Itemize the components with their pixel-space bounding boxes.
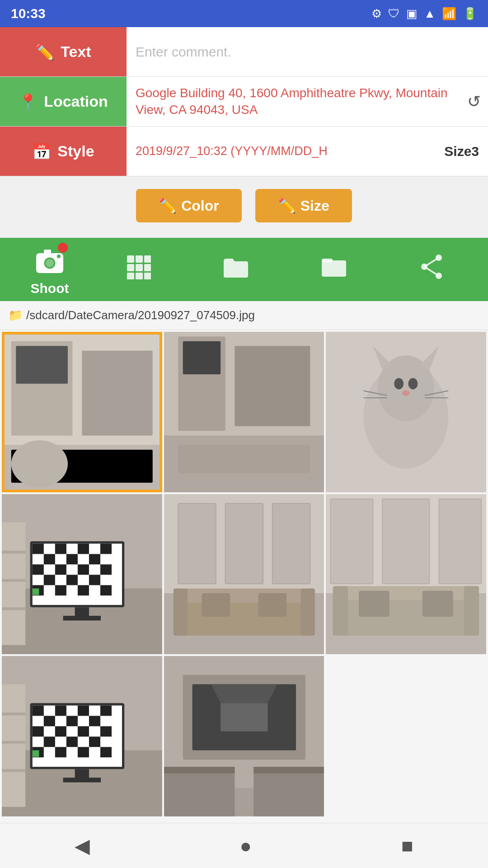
svg-rect-70: [33, 588, 39, 595]
svg-rect-126: [2, 684, 25, 807]
photo-thumb-8: [164, 656, 324, 816]
photo-item-6[interactable]: [326, 494, 486, 655]
svg-rect-72: [63, 616, 101, 620]
back-button[interactable]: ◀: [75, 834, 90, 857]
share-icon: [420, 254, 443, 279]
filepath-text: /sdcard/DateCamera/20190927_074509.jpg: [26, 308, 255, 322]
photo-grid: [0, 330, 488, 818]
photo-thumb-7: [2, 656, 162, 816]
photo-item-7[interactable]: [2, 656, 162, 816]
svg-point-2: [46, 259, 54, 267]
svg-rect-114: [78, 726, 89, 737]
reset-location-button[interactable]: ↺: [460, 77, 488, 126]
sim-icon: ▣: [406, 7, 418, 21]
svg-rect-61: [78, 564, 89, 575]
photo-item-1[interactable]: [2, 332, 162, 492]
photo-item-2[interactable]: [164, 332, 324, 492]
svg-rect-87: [202, 593, 230, 617]
svg-rect-84: [174, 588, 315, 602]
battery-icon: 🔋: [463, 7, 477, 21]
style-button[interactable]: 📅 Style: [0, 127, 127, 176]
svg-rect-57: [66, 554, 78, 564]
svg-rect-112: [33, 726, 44, 737]
color-button[interactable]: ✏️ Color: [136, 189, 242, 222]
toolbar-icon-group: [90, 254, 479, 285]
svg-rect-33: [235, 346, 310, 426]
svg-rect-110: [66, 716, 78, 726]
svg-rect-138: [164, 767, 235, 774]
photo-item-5[interactable]: [164, 494, 324, 655]
svg-rect-76: [2, 607, 25, 610]
svg-rect-128: [2, 741, 25, 744]
filepath-bar: 📁 /sdcard/DateCamera/20190927_074509.jpg: [0, 301, 488, 330]
grid-view-button[interactable]: [126, 255, 151, 285]
svg-rect-106: [55, 706, 66, 716]
svg-rect-71: [75, 607, 89, 617]
svg-rect-69: [100, 585, 112, 595]
svg-rect-55: [100, 543, 112, 554]
photo-thumb-2: [164, 332, 324, 492]
svg-rect-107: [78, 706, 89, 716]
wifi-icon: ▲: [424, 7, 436, 21]
size-button[interactable]: ✏️ Size: [255, 189, 352, 222]
svg-rect-64: [66, 575, 78, 585]
svg-rect-12: [136, 273, 143, 279]
svg-rect-73: [2, 522, 25, 645]
photo-thumb-1: [2, 332, 162, 492]
folder-open-icon: [321, 255, 348, 278]
settings-icon: ⚙: [371, 7, 382, 21]
svg-rect-123: [33, 750, 39, 757]
home-button[interactable]: ●: [239, 835, 252, 857]
svg-rect-59: [33, 564, 44, 575]
svg-rect-109: [44, 716, 55, 726]
svg-rect-75: [2, 579, 25, 581]
svg-rect-127: [2, 713, 25, 716]
status-icons: ⚙ 🛡 ▣ ▲ 📶 🔋: [371, 7, 477, 21]
svg-rect-115: [100, 726, 112, 737]
svg-rect-81: [272, 504, 310, 584]
svg-rect-105: [33, 706, 44, 716]
svg-rect-111: [89, 716, 100, 726]
svg-rect-97: [333, 586, 348, 636]
photo-thumb-3: [326, 332, 486, 492]
svg-rect-7: [144, 255, 151, 263]
svg-rect-63: [44, 575, 55, 585]
svg-rect-137: [253, 769, 324, 816]
size-badge: Size3: [438, 144, 479, 159]
svg-rect-67: [55, 585, 66, 595]
text-button[interactable]: ✏️ Text: [0, 27, 127, 76]
svg-rect-93: [439, 499, 482, 584]
toolbar: Shoot: [0, 238, 488, 301]
svg-rect-80: [225, 504, 263, 584]
recents-button[interactable]: ■: [401, 835, 413, 857]
share-button[interactable]: [420, 254, 443, 285]
photo-item-4[interactable]: [2, 494, 162, 655]
folder-open-button[interactable]: [321, 255, 348, 284]
location-button[interactable]: 📍 Location: [0, 77, 127, 126]
svg-rect-121: [78, 747, 89, 758]
svg-rect-52: [33, 543, 44, 554]
svg-rect-118: [89, 737, 100, 747]
photo-item-3[interactable]: [326, 332, 486, 492]
svg-rect-86: [300, 588, 314, 635]
svg-rect-92: [383, 499, 430, 584]
svg-rect-15: [322, 259, 333, 262]
svg-rect-108: [100, 706, 112, 716]
svg-rect-10: [144, 264, 151, 271]
svg-rect-91: [331, 499, 373, 584]
svg-rect-13: [144, 273, 151, 279]
photo-item-8[interactable]: [164, 656, 324, 816]
svg-marker-134: [211, 684, 277, 703]
comment-input[interactable]: [136, 44, 479, 60]
text-row: ✏️ Text: [0, 27, 488, 77]
folder-button[interactable]: [223, 255, 249, 284]
svg-rect-74: [2, 551, 25, 553]
svg-rect-3: [44, 250, 51, 254]
svg-rect-68: [78, 585, 89, 595]
svg-point-28: [11, 440, 68, 487]
svg-point-4: [57, 255, 61, 258]
svg-rect-122: [100, 747, 112, 758]
size-pencil-icon: ✏️: [278, 197, 296, 214]
photo-thumb-6: [326, 494, 486, 655]
shoot-button[interactable]: Shoot: [9, 243, 90, 296]
